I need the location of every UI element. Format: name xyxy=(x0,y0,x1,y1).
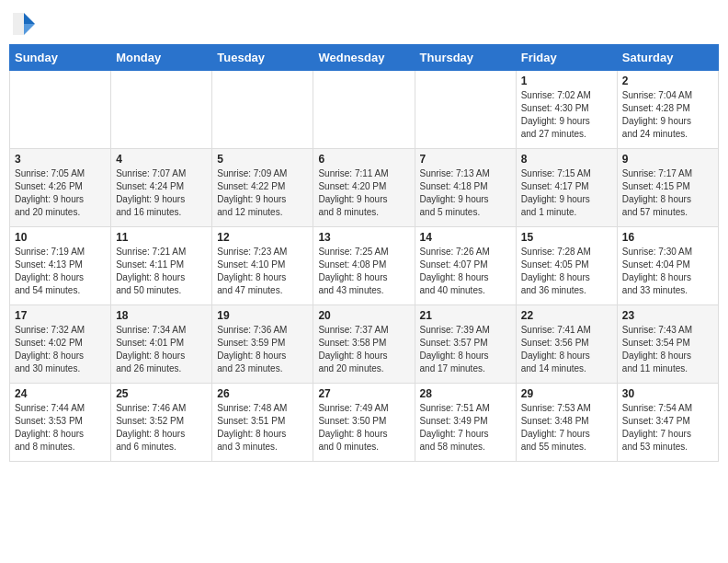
day-number: 20 xyxy=(318,309,409,322)
calendar-cell: 21Sunrise: 7:39 AM Sunset: 3:57 PM Dayli… xyxy=(415,305,516,384)
day-info: Sunrise: 7:04 AM Sunset: 4:28 PM Dayligh… xyxy=(622,89,713,141)
day-info: Sunrise: 7:02 AM Sunset: 4:30 PM Dayligh… xyxy=(521,89,612,141)
day-info: Sunrise: 7:19 AM Sunset: 4:13 PM Dayligh… xyxy=(15,246,106,297)
calendar-cell: 19Sunrise: 7:36 AM Sunset: 3:59 PM Dayli… xyxy=(212,305,313,384)
day-info: Sunrise: 7:36 AM Sunset: 3:59 PM Dayligh… xyxy=(217,324,308,375)
day-number: 21 xyxy=(420,309,511,322)
calendar-cell: 27Sunrise: 7:49 AM Sunset: 3:50 PM Dayli… xyxy=(313,384,415,462)
day-number: 13 xyxy=(318,231,409,244)
day-info: Sunrise: 7:30 AM Sunset: 4:04 PM Dayligh… xyxy=(622,246,713,297)
calendar-cell: 13Sunrise: 7:25 AM Sunset: 4:08 PM Dayli… xyxy=(313,227,415,305)
column-header-wednesday: Wednesday xyxy=(313,45,415,71)
day-info: Sunrise: 7:44 AM Sunset: 3:53 PM Dayligh… xyxy=(15,402,106,454)
column-header-saturday: Saturday xyxy=(617,45,718,71)
week-row: 24Sunrise: 7:44 AM Sunset: 3:53 PM Dayli… xyxy=(10,384,719,462)
week-row: 10Sunrise: 7:19 AM Sunset: 4:13 PM Dayli… xyxy=(10,227,719,305)
day-number: 25 xyxy=(116,387,207,400)
day-number: 1 xyxy=(521,75,612,87)
day-number: 14 xyxy=(420,231,511,244)
day-info: Sunrise: 7:15 AM Sunset: 4:17 PM Dayligh… xyxy=(521,167,612,219)
day-number: 12 xyxy=(217,231,308,244)
calendar-cell: 20Sunrise: 7:37 AM Sunset: 3:58 PM Dayli… xyxy=(313,305,415,384)
calendar-table: SundayMondayTuesdayWednesdayThursdayFrid… xyxy=(9,44,719,462)
svg-marker-0 xyxy=(24,13,35,24)
calendar-cell xyxy=(111,71,212,149)
day-number: 5 xyxy=(217,153,308,166)
day-info: Sunrise: 7:46 AM Sunset: 3:52 PM Dayligh… xyxy=(116,402,207,454)
day-number: 11 xyxy=(116,231,207,244)
day-number: 10 xyxy=(15,231,106,244)
column-header-thursday: Thursday xyxy=(415,45,516,71)
calendar-cell: 14Sunrise: 7:26 AM Sunset: 4:07 PM Dayli… xyxy=(415,227,516,305)
day-info: Sunrise: 7:53 AM Sunset: 3:48 PM Dayligh… xyxy=(521,402,612,454)
calendar-cell: 10Sunrise: 7:19 AM Sunset: 4:13 PM Dayli… xyxy=(10,227,111,305)
calendar-cell xyxy=(313,71,415,149)
day-number: 24 xyxy=(15,387,106,400)
calendar-cell: 8Sunrise: 7:15 AM Sunset: 4:17 PM Daylig… xyxy=(516,149,617,227)
calendar-cell xyxy=(10,71,111,149)
day-info: Sunrise: 7:23 AM Sunset: 4:10 PM Dayligh… xyxy=(217,246,308,297)
svg-marker-1 xyxy=(24,24,35,35)
calendar-cell: 4Sunrise: 7:07 AM Sunset: 4:24 PM Daylig… xyxy=(111,149,212,227)
calendar-cell: 23Sunrise: 7:43 AM Sunset: 3:54 PM Dayli… xyxy=(617,305,718,384)
day-number: 2 xyxy=(622,75,713,87)
day-number: 8 xyxy=(521,153,612,166)
day-info: Sunrise: 7:13 AM Sunset: 4:18 PM Dayligh… xyxy=(420,167,511,219)
day-info: Sunrise: 7:34 AM Sunset: 4:01 PM Dayligh… xyxy=(116,324,207,375)
day-info: Sunrise: 7:43 AM Sunset: 3:54 PM Dayligh… xyxy=(622,324,713,375)
day-number: 22 xyxy=(521,309,612,322)
day-info: Sunrise: 7:37 AM Sunset: 3:58 PM Dayligh… xyxy=(318,324,409,375)
calendar-cell xyxy=(415,71,516,149)
day-info: Sunrise: 7:25 AM Sunset: 4:08 PM Dayligh… xyxy=(318,246,409,297)
column-header-monday: Monday xyxy=(111,45,212,71)
logo-icon xyxy=(9,9,39,39)
calendar-cell: 12Sunrise: 7:23 AM Sunset: 4:10 PM Dayli… xyxy=(212,227,313,305)
day-number: 7 xyxy=(420,153,511,166)
logo xyxy=(9,9,42,39)
calendar-cell: 1Sunrise: 7:02 AM Sunset: 4:30 PM Daylig… xyxy=(516,71,617,149)
day-number: 6 xyxy=(318,153,409,166)
calendar-cell: 30Sunrise: 7:54 AM Sunset: 3:47 PM Dayli… xyxy=(617,384,718,462)
day-info: Sunrise: 7:39 AM Sunset: 3:57 PM Dayligh… xyxy=(420,324,511,375)
day-info: Sunrise: 7:07 AM Sunset: 4:24 PM Dayligh… xyxy=(116,167,207,219)
calendar-cell: 2Sunrise: 7:04 AM Sunset: 4:28 PM Daylig… xyxy=(617,71,718,149)
day-info: Sunrise: 7:51 AM Sunset: 3:49 PM Dayligh… xyxy=(420,402,511,454)
day-info: Sunrise: 7:17 AM Sunset: 4:15 PM Dayligh… xyxy=(622,167,713,219)
week-row: 17Sunrise: 7:32 AM Sunset: 4:02 PM Dayli… xyxy=(10,305,719,384)
day-number: 18 xyxy=(116,309,207,322)
day-number: 27 xyxy=(318,387,409,400)
calendar-cell: 28Sunrise: 7:51 AM Sunset: 3:49 PM Dayli… xyxy=(415,384,516,462)
day-number: 19 xyxy=(217,309,308,322)
day-info: Sunrise: 7:54 AM Sunset: 3:47 PM Dayligh… xyxy=(622,402,713,454)
day-info: Sunrise: 7:32 AM Sunset: 4:02 PM Dayligh… xyxy=(15,324,106,375)
column-header-sunday: Sunday xyxy=(10,45,111,71)
day-number: 16 xyxy=(622,231,713,244)
calendar-cell: 7Sunrise: 7:13 AM Sunset: 4:18 PM Daylig… xyxy=(415,149,516,227)
calendar-cell: 26Sunrise: 7:48 AM Sunset: 3:51 PM Dayli… xyxy=(212,384,313,462)
day-info: Sunrise: 7:48 AM Sunset: 3:51 PM Dayligh… xyxy=(217,402,308,454)
day-number: 28 xyxy=(420,387,511,400)
day-info: Sunrise: 7:11 AM Sunset: 4:20 PM Dayligh… xyxy=(318,167,409,219)
day-info: Sunrise: 7:21 AM Sunset: 4:11 PM Dayligh… xyxy=(116,246,207,297)
calendar-cell: 18Sunrise: 7:34 AM Sunset: 4:01 PM Dayli… xyxy=(111,305,212,384)
svg-marker-2 xyxy=(13,13,24,35)
day-number: 17 xyxy=(15,309,106,322)
day-info: Sunrise: 7:28 AM Sunset: 4:05 PM Dayligh… xyxy=(521,246,612,297)
column-header-friday: Friday xyxy=(516,45,617,71)
day-number: 4 xyxy=(116,153,207,166)
calendar-cell: 3Sunrise: 7:05 AM Sunset: 4:26 PM Daylig… xyxy=(10,149,111,227)
calendar-cell: 5Sunrise: 7:09 AM Sunset: 4:22 PM Daylig… xyxy=(212,149,313,227)
page-header xyxy=(9,9,719,39)
day-info: Sunrise: 7:26 AM Sunset: 4:07 PM Dayligh… xyxy=(420,246,511,297)
day-info: Sunrise: 7:09 AM Sunset: 4:22 PM Dayligh… xyxy=(217,167,308,219)
day-number: 15 xyxy=(521,231,612,244)
calendar-cell: 22Sunrise: 7:41 AM Sunset: 3:56 PM Dayli… xyxy=(516,305,617,384)
column-header-tuesday: Tuesday xyxy=(212,45,313,71)
week-row: 1Sunrise: 7:02 AM Sunset: 4:30 PM Daylig… xyxy=(10,71,719,149)
day-info: Sunrise: 7:05 AM Sunset: 4:26 PM Dayligh… xyxy=(15,167,106,219)
day-number: 23 xyxy=(622,309,713,322)
day-number: 3 xyxy=(15,153,106,166)
day-number: 26 xyxy=(217,387,308,400)
calendar-cell: 16Sunrise: 7:30 AM Sunset: 4:04 PM Dayli… xyxy=(617,227,718,305)
calendar-cell: 6Sunrise: 7:11 AM Sunset: 4:20 PM Daylig… xyxy=(313,149,415,227)
